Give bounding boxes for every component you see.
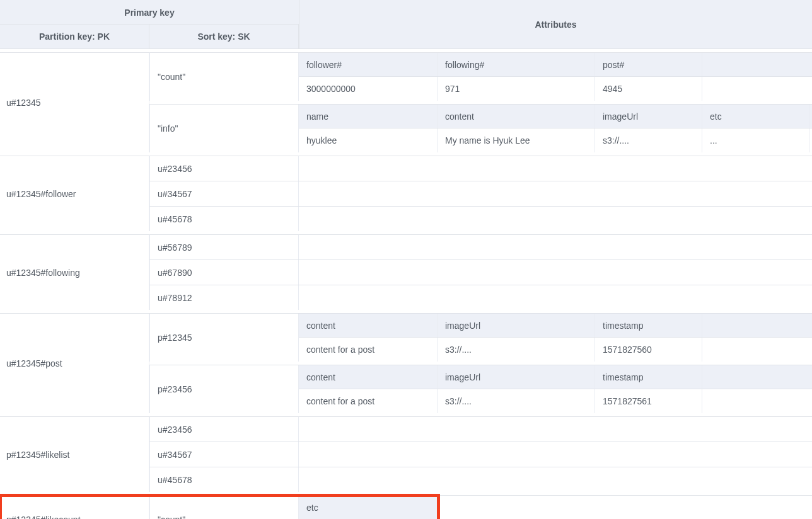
attribute-value-cell: content for a post bbox=[299, 389, 438, 413]
sort-key-stack: u#23456u#34567u#45678 bbox=[149, 156, 812, 231]
attribute-header-row: etc bbox=[299, 496, 439, 519]
attributes-block: contentimageUrltimestampcontent for a po… bbox=[299, 314, 812, 362]
partition-key-cell: p#12345#likelist bbox=[0, 416, 149, 492]
header-attributes: Attributes bbox=[299, 0, 812, 48]
attribute-header-cell: following# bbox=[438, 53, 595, 76]
attributes-block bbox=[299, 207, 812, 231]
sort-key-cell: u#34567 bbox=[149, 442, 299, 467]
table-row-group: u#12345"count"follower#following#post#30… bbox=[0, 52, 812, 152]
table-header: Primary key Attributes Partition key: PK… bbox=[0, 0, 812, 49]
sort-key-stack: "count"etc100 bbox=[149, 495, 812, 519]
sort-key-cell: p#23456 bbox=[149, 365, 299, 413]
header-primary-key: Primary key bbox=[0, 0, 299, 25]
table-row-group: p#12345#likelistu#23456u#34567u#45678 bbox=[0, 416, 812, 492]
attribute-header-cell: name bbox=[299, 105, 438, 128]
attribute-header-cell: post# bbox=[595, 53, 702, 76]
partition-key-cell: p#12345#likecount bbox=[0, 495, 149, 519]
table-row-group: u#12345#followeru#23456u#34567u#45678 bbox=[0, 156, 812, 231]
attribute-value-cell: ... bbox=[702, 128, 809, 152]
attributes-block bbox=[299, 181, 812, 206]
attributes-block bbox=[299, 417, 812, 442]
table-row-group: u#12345#postp#12345contentimageUrltimest… bbox=[0, 313, 812, 413]
sort-key-stack: u#56789u#67890u#78912 bbox=[149, 234, 812, 310]
attribute-value-row: content for a posts3://....1571827561 bbox=[299, 389, 812, 413]
attribute-value-cell: s3://.... bbox=[595, 128, 702, 152]
header-partition-key: Partition key: PK bbox=[0, 25, 149, 48]
attribute-value-cell: 4945 bbox=[595, 77, 702, 101]
sort-key-stack: p#12345contentimageUrltimestampcontent f… bbox=[149, 313, 812, 413]
attribute-header-cell: etc bbox=[299, 496, 438, 519]
sort-key-cell: u#56789 bbox=[149, 235, 299, 260]
dynamodb-schema-table: Primary key Attributes Partition key: PK… bbox=[0, 0, 812, 519]
partition-key-cell: u#12345#follower bbox=[0, 156, 149, 231]
sort-key-cell: u#67890 bbox=[149, 260, 299, 285]
sort-key-cell: u#45678 bbox=[149, 207, 299, 231]
sort-key-cell: u#23456 bbox=[149, 417, 299, 442]
sort-key-cell: "count" bbox=[149, 496, 299, 519]
attribute-header-cell: content bbox=[299, 314, 438, 337]
attribute-value-cell: 1571827561 bbox=[595, 389, 702, 413]
attributes-block bbox=[299, 260, 812, 285]
attribute-value-row: hyukleeMy name is Hyuk Lees3://....... bbox=[299, 128, 812, 152]
attribute-header-cell: etc bbox=[702, 105, 809, 128]
sort-key-cell: u#78912 bbox=[149, 285, 299, 310]
attribute-header-cell: timestamp bbox=[595, 314, 702, 337]
table-body: u#12345"count"follower#following#post#30… bbox=[0, 52, 812, 519]
sort-key-cell: p#12345 bbox=[149, 314, 299, 362]
sort-key-cell: u#34567 bbox=[149, 181, 299, 206]
attribute-value-cell: hyuklee bbox=[299, 128, 438, 152]
attribute-header-cell: imageUrl bbox=[438, 365, 595, 389]
attribute-value-row: content for a posts3://....1571827560 bbox=[299, 338, 812, 362]
sort-key-cell: u#23456 bbox=[149, 156, 299, 181]
sort-key-cell: "count" bbox=[149, 53, 299, 101]
attribute-header-row: contentimageUrltimestamp bbox=[299, 365, 812, 389]
attribute-header-row: follower#following#post# bbox=[299, 53, 812, 77]
attribute-value-cell: s3://.... bbox=[438, 389, 595, 413]
table-row-group: u#12345#followingu#56789u#67890u#78912 bbox=[0, 234, 812, 310]
attributes-block: etc100 bbox=[299, 496, 439, 519]
attributes-block: namecontentimageUrletchyukleeMy name is … bbox=[299, 105, 812, 152]
attributes-block bbox=[299, 285, 812, 310]
attributes-block: follower#following#post#3000000000971494… bbox=[299, 53, 812, 101]
partition-key-cell: u#12345#following bbox=[0, 234, 149, 310]
sort-key-stack: "count"follower#following#post#300000000… bbox=[149, 52, 812, 152]
attribute-header-cell: imageUrl bbox=[438, 314, 595, 337]
attribute-value-cell: 1571827560 bbox=[595, 338, 702, 362]
attribute-header-cell: follower# bbox=[299, 53, 438, 76]
sort-key-cell: "info" bbox=[149, 105, 299, 152]
attribute-value-cell: content for a post bbox=[299, 338, 438, 362]
attribute-header-row: contentimageUrltimestamp bbox=[299, 314, 812, 338]
sort-key-cell: u#45678 bbox=[149, 467, 299, 492]
attribute-value-cell: My name is Hyuk Lee bbox=[438, 128, 595, 152]
header-sort-key: Sort key: SK bbox=[149, 25, 299, 48]
attribute-value-row: 30000000009714945 bbox=[299, 77, 812, 101]
attribute-header-cell: content bbox=[299, 365, 438, 389]
attributes-block bbox=[299, 156, 812, 181]
attribute-header-cell: timestamp bbox=[595, 365, 702, 389]
table-row-group: p#12345#likecount"count"etc100 bbox=[0, 495, 439, 519]
attribute-value-cell: 971 bbox=[438, 77, 595, 101]
attributes-block bbox=[299, 235, 812, 260]
attributes-block: contentimageUrltimestampcontent for a po… bbox=[299, 365, 812, 413]
attributes-block bbox=[299, 442, 812, 467]
attribute-value-cell: s3://.... bbox=[438, 338, 595, 362]
sort-key-stack: u#23456u#34567u#45678 bbox=[149, 416, 812, 492]
attribute-header-cell: imageUrl bbox=[595, 105, 702, 128]
attribute-header-cell: content bbox=[438, 105, 595, 128]
attributes-block bbox=[299, 467, 812, 492]
attribute-value-cell: 3000000000 bbox=[299, 77, 438, 101]
partition-key-cell: u#12345#post bbox=[0, 313, 149, 413]
partition-key-cell: u#12345 bbox=[0, 52, 149, 152]
attribute-header-row: namecontentimageUrletc bbox=[299, 105, 812, 128]
